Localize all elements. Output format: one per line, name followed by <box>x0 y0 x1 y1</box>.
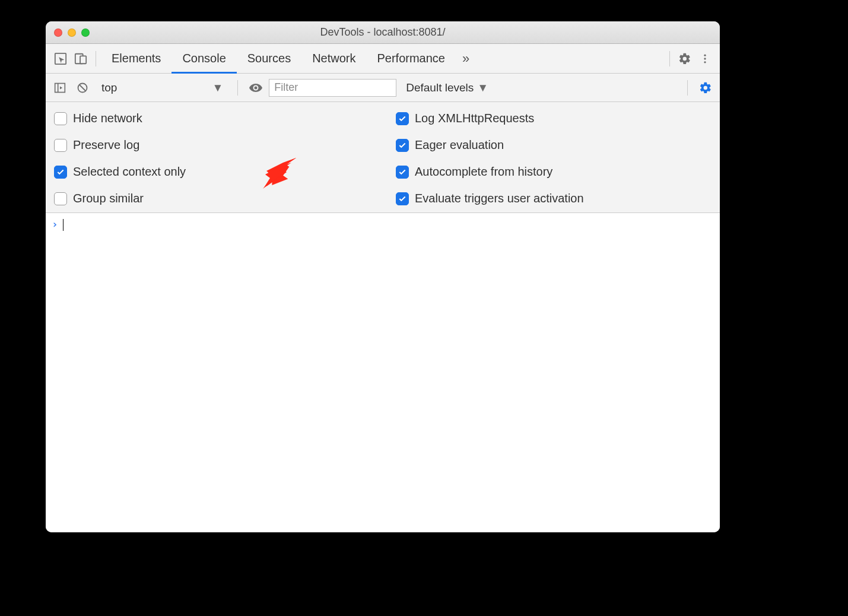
tab-label: Performance <box>377 52 446 65</box>
checkbox-icon <box>54 166 67 179</box>
setting-label: Evaluate triggers user activation <box>415 192 584 205</box>
setting-label: Eager evaluation <box>415 138 504 152</box>
tab-label: Sources <box>247 52 291 65</box>
settings-left-column: Hide network Preserve log Selected conte… <box>48 108 384 205</box>
checkbox-icon <box>396 139 409 152</box>
prompt-caret-icon: › <box>52 218 58 230</box>
divider <box>96 51 96 66</box>
setting-selected-context-only[interactable]: Selected context only <box>48 165 384 179</box>
tab-elements[interactable]: Elements <box>101 44 171 73</box>
chevron-down-icon: ▼ <box>212 81 223 94</box>
chevron-down-icon: ▼ <box>477 81 488 94</box>
divider <box>237 80 238 96</box>
setting-evaluate-user-activation[interactable]: Evaluate triggers user activation <box>390 192 720 205</box>
checkbox-icon <box>54 112 67 125</box>
window-title: DevTools - localhost:8081/ <box>46 26 720 39</box>
more-tabs-icon[interactable]: » <box>456 49 476 69</box>
device-toolbar-icon[interactable] <box>71 49 91 69</box>
log-levels-select[interactable]: Default levels ▼ <box>400 81 494 94</box>
live-expression-eye-icon[interactable] <box>246 78 265 97</box>
execution-context-select[interactable]: top ▼ <box>96 78 229 97</box>
text-cursor <box>63 219 63 231</box>
tab-label: Elements <box>112 52 161 65</box>
checkbox-icon <box>54 139 67 152</box>
kebab-menu-icon[interactable] <box>695 49 715 69</box>
setting-label: Autocomplete from history <box>415 165 552 179</box>
tab-sources[interactable]: Sources <box>237 44 301 73</box>
maximize-window-button[interactable] <box>81 28 90 37</box>
console-toolbar: top ▼ Default levels ▼ <box>46 74 720 102</box>
setting-group-similar[interactable]: Group similar <box>48 192 384 205</box>
settings-gear-icon[interactable] <box>675 49 695 69</box>
svg-point-5 <box>704 61 706 63</box>
setting-label: Log XMLHttpRequests <box>415 112 534 125</box>
traffic-lights <box>46 28 90 37</box>
minimize-window-button[interactable] <box>68 28 76 37</box>
main-tabbar: Elements Console Sources Network Perform… <box>46 44 720 74</box>
setting-log-xhr[interactable]: Log XMLHttpRequests <box>390 112 720 125</box>
svg-point-3 <box>704 54 706 56</box>
tab-console[interactable]: Console <box>171 44 236 73</box>
divider <box>669 51 670 66</box>
svg-rect-2 <box>80 56 86 63</box>
clear-console-icon[interactable] <box>73 78 92 97</box>
svg-point-4 <box>704 58 706 59</box>
levels-label: Default levels <box>406 81 474 94</box>
setting-label: Hide network <box>73 112 142 125</box>
tab-label: Console <box>182 52 226 65</box>
console-sidebar-toggle-icon[interactable] <box>50 78 69 97</box>
setting-label: Selected context only <box>73 165 186 179</box>
setting-label: Preserve log <box>73 138 139 152</box>
setting-label: Group similar <box>73 192 144 205</box>
devtools-window: DevTools - localhost:8081/ Elements Cons… <box>46 21 720 532</box>
context-label: top <box>101 81 117 94</box>
console-output[interactable]: › <box>46 213 720 532</box>
setting-preserve-log[interactable]: Preserve log <box>48 138 384 152</box>
tab-label: Network <box>312 52 355 65</box>
inspect-element-icon[interactable] <box>50 49 71 69</box>
console-settings-panel: Hide network Preserve log Selected conte… <box>46 102 720 213</box>
divider <box>687 80 688 96</box>
settings-right-column: Log XMLHttpRequests Eager evaluation Aut… <box>384 108 720 205</box>
checkbox-icon <box>396 166 409 179</box>
tab-performance[interactable]: Performance <box>367 44 456 73</box>
titlebar: DevTools - localhost:8081/ <box>46 21 720 44</box>
setting-autocomplete-history[interactable]: Autocomplete from history <box>390 165 720 179</box>
checkbox-icon <box>396 192 409 205</box>
checkbox-icon <box>54 192 67 205</box>
filter-input[interactable] <box>269 79 396 97</box>
console-settings-gear-icon[interactable] <box>696 78 715 97</box>
setting-eager-evaluation[interactable]: Eager evaluation <box>390 138 720 152</box>
checkbox-icon <box>396 112 409 125</box>
setting-hide-network[interactable]: Hide network <box>48 112 384 125</box>
tab-network[interactable]: Network <box>301 44 366 73</box>
close-window-button[interactable] <box>54 28 62 37</box>
